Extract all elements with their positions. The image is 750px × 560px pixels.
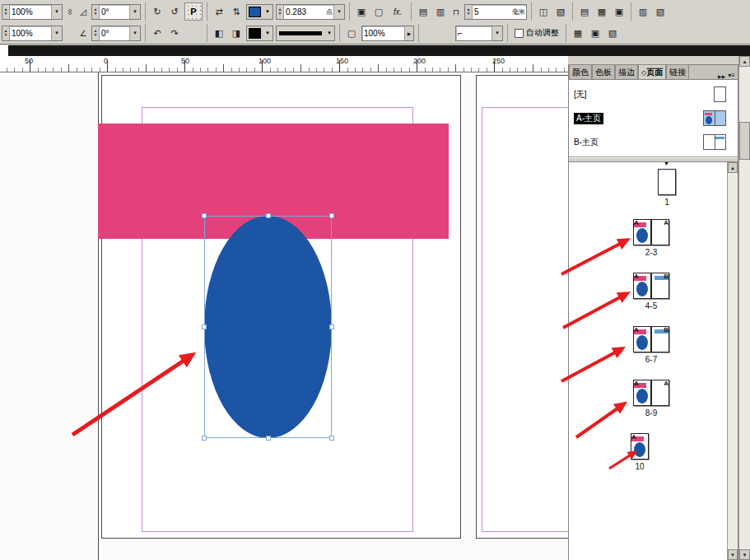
select-previous-icon[interactable]: ◧ (212, 25, 226, 41)
corner-style-value[interactable]: ⌐ (456, 29, 491, 38)
spread-4-5-label[interactable]: 4-5 (633, 301, 669, 310)
dropdown-icon[interactable]: ▼ (324, 30, 334, 35)
spread-thumb-2-3[interactable]: A A 2-3 (569, 219, 717, 259)
quick-apply-icon[interactable]: ▧ (653, 3, 668, 20)
page-3-thumbnail[interactable]: A (651, 219, 669, 245)
opacity-value[interactable]: 100% (362, 29, 404, 38)
drop-shadow-icon[interactable]: ▢ (371, 3, 386, 20)
rotation-angle-field[interactable]: ▲▼ 0° ▼ (91, 26, 141, 41)
wrap-none-icon[interactable]: ▤ (416, 3, 431, 20)
tab-links[interactable]: 链接 (666, 64, 689, 79)
dropdown-icon[interactable]: ▼ (491, 26, 502, 40)
rotate-cw-icon[interactable]: ↻ (150, 3, 165, 20)
master-none-label[interactable]: [无] (574, 89, 587, 100)
page-1-thumbnail[interactable] (658, 169, 676, 195)
master-b-row[interactable]: B-主页 (574, 130, 733, 154)
stroke-color-control[interactable]: ▼ (246, 26, 273, 41)
rotate-ccw-icon[interactable]: ↺ (167, 3, 182, 20)
selection-handle[interactable] (329, 324, 334, 329)
horizontal-ruler[interactable]: 50 0 50 100 150 200 250 (0, 56, 568, 72)
spread-8-9-label[interactable]: 8-9 (633, 408, 669, 418)
spread-thumb-4-5[interactable]: A B 4-5 (569, 273, 717, 312)
page-2-thumbnail[interactable]: A (633, 219, 651, 245)
fill-color-swatch[interactable] (249, 7, 261, 17)
selection-handle[interactable] (329, 436, 334, 441)
fill-color-control[interactable]: ▼ (246, 4, 273, 20)
spin-down-icon[interactable]: ▼ (94, 12, 98, 16)
master-a-label[interactable]: A-主页 (574, 113, 603, 124)
scroll-up-icon[interactable]: ▲ (728, 162, 738, 173)
constrain-proportions-icon[interactable]: ∞ (66, 7, 75, 16)
rotate-right-icon[interactable]: ↷ (167, 25, 182, 41)
spin-down-icon[interactable]: ▼ (467, 12, 471, 16)
dropdown-icon[interactable]: ▼ (129, 5, 140, 19)
wrap-offset-field[interactable]: ▲▼ 5 毫米 (464, 4, 527, 20)
spread-2-3-label[interactable]: 2-3 (633, 248, 669, 257)
pages-layout-icon[interactable]: ▦ (571, 25, 585, 41)
object-style-icon[interactable]: ▣ (354, 3, 369, 20)
page-10-label[interactable]: 10 (622, 462, 658, 471)
wrap-offset-value[interactable]: 5 (473, 7, 512, 16)
fit-content-icon[interactable]: ▧ (553, 3, 568, 20)
spread-thumb-6-7[interactable]: A B 6-7 (569, 326, 717, 366)
panel-menu-icon[interactable]: ▾≡ (727, 72, 738, 79)
scroll-down-icon[interactable]: ▼ (739, 549, 750, 560)
spinner-icon[interactable]: ▲▼ (2, 26, 10, 40)
rotate-left-icon[interactable]: ↶ (150, 25, 165, 41)
spin-down-icon[interactable]: ▼ (4, 12, 8, 16)
rotation-angle-value[interactable]: 0° (100, 29, 129, 38)
flip-vertical-icon[interactable]: ⇅ (229, 3, 244, 20)
opacity-field[interactable]: 100% ▶ (361, 26, 414, 41)
stroke-color-swatch[interactable] (249, 28, 261, 39)
dropdown-icon[interactable]: ▼ (263, 30, 273, 35)
effects-icon[interactable]: fx. (389, 3, 407, 20)
page-thumb-10[interactable]: A 10 (569, 433, 717, 473)
page-thumb-1[interactable]: 1 (569, 169, 717, 208)
autofit-checkbox[interactable] (515, 29, 524, 38)
distribute-icon[interactable]: ▦ (594, 3, 609, 20)
page-5-thumbnail[interactable]: B (651, 273, 669, 299)
page-10-thumbnail[interactable]: A (631, 433, 649, 460)
page-8-thumbnail[interactable]: A (633, 380, 651, 406)
scroll-up-icon[interactable]: ▲ (739, 56, 750, 67)
master-b-spread-icon[interactable] (703, 134, 726, 150)
selection-handle[interactable] (202, 436, 207, 441)
flyout-icon[interactable]: ▶ (404, 26, 413, 40)
selection-handle[interactable] (202, 324, 207, 329)
autofit-control[interactable]: 自动调整 (512, 27, 561, 39)
selection-bounding-box[interactable] (204, 216, 332, 438)
pages-scrollbar[interactable]: ▲ ▼ (727, 162, 738, 560)
spread-view-icon[interactable]: ▣ (588, 25, 603, 41)
spinner-icon[interactable]: ▲▼ (277, 5, 284, 19)
master-b-label[interactable]: B-主页 (574, 137, 599, 148)
selection-handle[interactable] (329, 213, 334, 218)
shear-angle-field[interactable]: ▲▼ 0° ▼ (91, 4, 141, 20)
tab-overflow-icon[interactable]: ▶▶ (716, 73, 727, 79)
spinner-icon[interactable]: ▲▼ (92, 26, 100, 40)
document-canvas[interactable] (0, 72, 568, 560)
page-1-label[interactable]: 1 (649, 198, 685, 207)
page-4-thumbnail[interactable]: A (633, 273, 651, 299)
spread-thumb-8-9[interactable]: A A 8-9 (569, 380, 717, 419)
wrap-around-icon[interactable]: ▥ (433, 3, 448, 20)
scroll-down-icon[interactable]: ▼ (728, 549, 738, 560)
text-wrap-panel-icon[interactable]: ▥ (636, 3, 650, 20)
scale-x-field[interactable]: ▲▼ 100% ▼ (2, 4, 63, 20)
selection-handle[interactable] (266, 213, 271, 218)
scrollbar-thumb[interactable] (739, 122, 750, 160)
tab-pages[interactable]: ◇页面 (638, 64, 666, 79)
shear-angle-value[interactable]: 0° (100, 7, 129, 16)
master-a-spread-icon[interactable] (703, 110, 726, 126)
stroke-weight-value[interactable]: 0.283 (284, 7, 326, 16)
spin-down-icon[interactable]: ▼ (278, 12, 282, 16)
flip-horizontal-icon[interactable]: ⇄ (212, 3, 226, 20)
tab-color[interactable]: 颜色 (569, 64, 592, 79)
dropdown-icon[interactable]: ▼ (263, 9, 273, 14)
scale-y-value[interactable]: 100% (10, 29, 51, 38)
tab-swatches[interactable]: 色板 (592, 64, 615, 79)
tab-stroke[interactable]: 描边 (615, 64, 638, 79)
page-9-thumbnail[interactable]: A (651, 380, 669, 406)
master-none-page-icon[interactable] (714, 86, 726, 102)
dropdown-icon[interactable]: ▼ (333, 5, 344, 19)
page-7-thumbnail[interactable]: B (651, 326, 669, 352)
